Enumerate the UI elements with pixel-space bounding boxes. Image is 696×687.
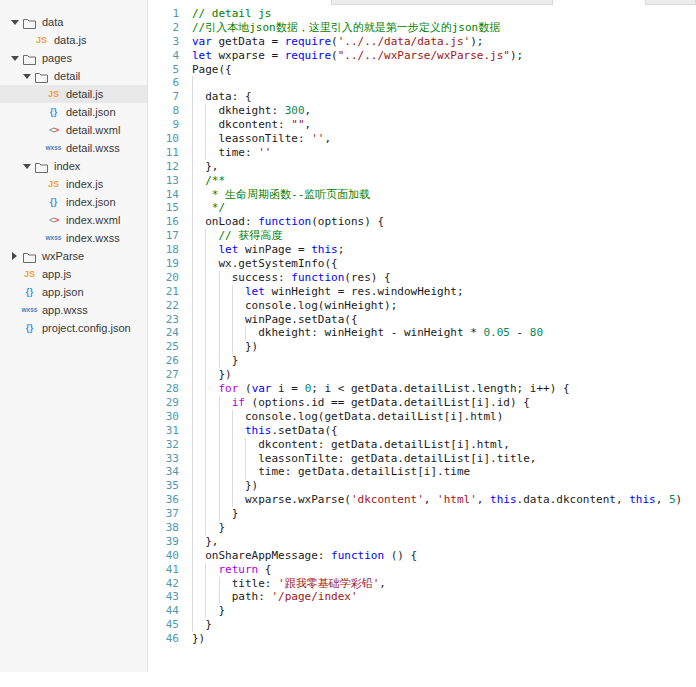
code-text[interactable]: /** <box>192 174 225 188</box>
line-number[interactable]: 7 <box>149 90 179 104</box>
line-number[interactable]: 18 <box>149 243 179 257</box>
code-line[interactable]: 11 time: '' <box>149 146 696 160</box>
scrollbar-fragment[interactable] <box>645 0 696 5</box>
line-number[interactable]: 27 <box>149 368 179 382</box>
code-line[interactable]: 16 onLoad: function(options) { <box>149 215 696 229</box>
code-text[interactable]: let winPage = this; <box>192 243 344 257</box>
line-number[interactable]: 44 <box>149 604 179 618</box>
code-text[interactable]: onShareAppMessage: function () { <box>192 549 417 563</box>
code-text[interactable]: leassonTilte: '', <box>192 132 331 146</box>
code-line[interactable]: 22 console.log(winHeight); <box>149 299 696 313</box>
code-line[interactable]: 33 leassonTilte: getData.detailList[i].t… <box>149 452 696 466</box>
code-editor[interactable]: 1// detail js2//引入本地json数据，这里引入的就是第一步定义的… <box>149 0 696 687</box>
code-text[interactable]: for (var i = 0; i < getData.detailList.l… <box>192 382 570 396</box>
code-text[interactable]: } <box>192 507 238 521</box>
line-number[interactable]: 36 <box>149 493 179 507</box>
line-number[interactable]: 4 <box>149 49 179 63</box>
chevron-down-icon[interactable] <box>23 74 31 79</box>
code-line[interactable]: 6 <box>149 76 696 90</box>
code-line[interactable]: 34 time: getData.detailList[i].time <box>149 465 696 479</box>
line-number[interactable]: 5 <box>149 63 179 77</box>
line-number[interactable]: 6 <box>149 76 179 90</box>
code-text[interactable]: if (options.id == getData.detailList[i].… <box>192 396 530 410</box>
code-text[interactable]: } <box>192 521 225 535</box>
code-line[interactable]: 19 wx.getSystemInfo({ <box>149 257 696 271</box>
line-number[interactable]: 10 <box>149 132 179 146</box>
chevron-down-icon[interactable] <box>11 56 19 61</box>
code-line[interactable]: 42 title: '跟我零基础学彩铅', <box>149 577 696 591</box>
code-text[interactable]: let wxparse = require("../../wxParse/wxP… <box>192 49 523 63</box>
code-text[interactable]: wxparse.wxParse('dkcontent', 'html', thi… <box>192 493 682 507</box>
line-number[interactable]: 12 <box>149 160 179 174</box>
code-text[interactable]: } <box>192 604 225 618</box>
tree-item-index-wxss[interactable]: wxssindex.wxss <box>0 229 147 247</box>
line-number[interactable]: 34 <box>149 465 179 479</box>
line-number[interactable]: 41 <box>149 563 179 577</box>
tree-item-app-wxss[interactable]: wxssapp.wxss <box>0 301 147 319</box>
code-text[interactable]: return { <box>192 563 272 577</box>
code-text[interactable]: dkcontent: "", <box>192 118 311 132</box>
tree-item-detail[interactable]: detail <box>0 67 147 85</box>
code-line[interactable]: 5Page({ <box>149 63 696 77</box>
tree-item-detail-wxss[interactable]: wxssdetail.wxss <box>0 139 147 157</box>
code-line[interactable]: 37 } <box>149 507 696 521</box>
line-number[interactable]: 23 <box>149 313 179 327</box>
line-number[interactable]: 43 <box>149 590 179 604</box>
code-line[interactable]: 15 */ <box>149 201 696 215</box>
code-text[interactable]: }) <box>192 632 205 646</box>
tree-item-index-json[interactable]: {}index.json <box>0 193 147 211</box>
code-text[interactable]: success: function(res) { <box>192 271 391 285</box>
tree-item-detail-wxml[interactable]: <>detail.wxml <box>0 121 147 139</box>
line-number[interactable]: 17 <box>149 229 179 243</box>
chevron-down-icon[interactable] <box>11 20 19 25</box>
tree-item-detail-js[interactable]: JSdetail.js <box>0 85 147 103</box>
code-text[interactable]: * 生命周期函数--监听页面加载 <box>192 188 370 202</box>
tree-item-index[interactable]: index <box>0 157 147 175</box>
chevron-right-icon[interactable] <box>12 252 17 260</box>
line-number[interactable]: 29 <box>149 396 179 410</box>
code-line[interactable]: 44 } <box>149 604 696 618</box>
tree-item-project-config-json[interactable]: {}project.config.json <box>0 319 147 337</box>
line-number[interactable]: 24 <box>149 326 179 340</box>
code-line[interactable]: 43 path: '/page/index' <box>149 590 696 604</box>
code-text[interactable]: var getData = require('../../data/data.j… <box>192 35 483 49</box>
code-text[interactable]: this.setData({ <box>192 424 338 438</box>
line-number[interactable]: 21 <box>149 285 179 299</box>
code-line[interactable]: 9 dkcontent: "", <box>149 118 696 132</box>
code-line[interactable]: 18 let winPage = this; <box>149 243 696 257</box>
code-text[interactable]: }) <box>192 479 258 493</box>
line-number[interactable]: 19 <box>149 257 179 271</box>
line-number[interactable]: 1 <box>149 7 179 21</box>
code-text[interactable]: wx.getSystemInfo({ <box>192 257 338 271</box>
line-number[interactable]: 30 <box>149 410 179 424</box>
tree-item-index-wxml[interactable]: <>index.wxml <box>0 211 147 229</box>
code-text[interactable]: Page({ <box>192 63 232 77</box>
code-line[interactable]: 3var getData = require('../../data/data.… <box>149 35 696 49</box>
code-line[interactable]: 25 }) <box>149 340 696 354</box>
code-text[interactable]: // detail js <box>192 7 271 21</box>
line-number[interactable]: 13 <box>149 174 179 188</box>
code-text[interactable]: }) <box>192 340 258 354</box>
code-text[interactable]: dkheight: winHeight - winHeight * 0.05 -… <box>192 326 543 340</box>
line-number[interactable]: 14 <box>149 188 179 202</box>
code-text[interactable]: }, <box>192 535 219 549</box>
line-number[interactable]: 2 <box>149 21 179 35</box>
line-number[interactable]: 9 <box>149 118 179 132</box>
line-number[interactable]: 35 <box>149 479 179 493</box>
code-line[interactable]: 2//引入本地json数据，这里引入的就是第一步定义的json数据 <box>149 21 696 35</box>
code-line[interactable]: 30 console.log(getData.detailList[i].htm… <box>149 410 696 424</box>
code-text[interactable]: console.log(winHeight); <box>192 299 397 313</box>
code-text[interactable]: } <box>192 354 238 368</box>
code-line[interactable]: 39 }, <box>149 535 696 549</box>
chevron-down-icon[interactable] <box>23 164 31 169</box>
code-line[interactable]: 20 success: function(res) { <box>149 271 696 285</box>
code-text[interactable]: */ <box>192 201 225 215</box>
code-text[interactable]: }) <box>192 368 232 382</box>
line-number[interactable]: 20 <box>149 271 179 285</box>
code-line[interactable]: 32 dkcontent: getData.detailList[i].html… <box>149 438 696 452</box>
line-number[interactable]: 32 <box>149 438 179 452</box>
code-line[interactable]: 4let wxparse = require("../../wxParse/wx… <box>149 49 696 63</box>
code-text[interactable]: // 获得高度 <box>192 229 282 243</box>
line-number[interactable]: 22 <box>149 299 179 313</box>
line-number[interactable]: 42 <box>149 577 179 591</box>
